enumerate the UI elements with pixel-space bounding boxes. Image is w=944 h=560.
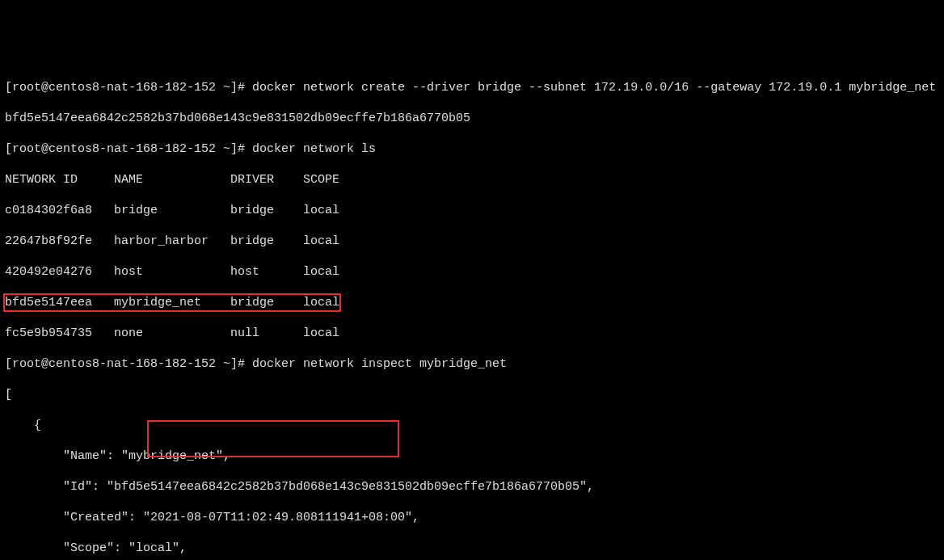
terminal-line: [	[5, 387, 939, 402]
terminal-line: [root@centos8-nat-168-182-152 ~]# docker…	[5, 356, 939, 372]
terminal-line: 420492e04276 host host local	[5, 264, 939, 280]
terminal-line: fc5e9b954735 none null local	[5, 326, 939, 341]
terminal-line: [root@centos8-nat-168-182-152 ~]# docker…	[5, 141, 939, 157]
highlight-box: bfd5e5147eea mybridge_net bridge local	[3, 293, 341, 312]
terminal-line: bfd5e5147eea6842c2582b37bd068e143c9e8315…	[5, 111, 939, 126]
terminal-output: [root@centos8-nat-168-182-152 ~]# docker…	[5, 65, 939, 560]
terminal-line: "Id": "bfd5e5147eea6842c2582b37bd068e143…	[5, 479, 939, 495]
terminal-line: "Created": "2021-08-07T11:02:49.80811194…	[5, 510, 939, 525]
terminal-line: "Scope": "local",	[5, 541, 939, 556]
terminal-line: 22647b8f92fe harbor_harbor bridge local	[5, 234, 939, 249]
terminal-line: {	[5, 418, 939, 433]
terminal-line-highlighted: bfd5e5147eea mybridge_net bridge local	[5, 295, 939, 310]
terminal-line: "Name": "mybridge_net",	[5, 448, 939, 464]
terminal-line: NETWORK ID NAME DRIVER SCOPE	[5, 172, 939, 187]
terminal-line: c0184302f6a8 bridge bridge local	[5, 203, 939, 218]
terminal-line: [root@centos8-nat-168-182-152 ~]# docker…	[5, 80, 939, 95]
